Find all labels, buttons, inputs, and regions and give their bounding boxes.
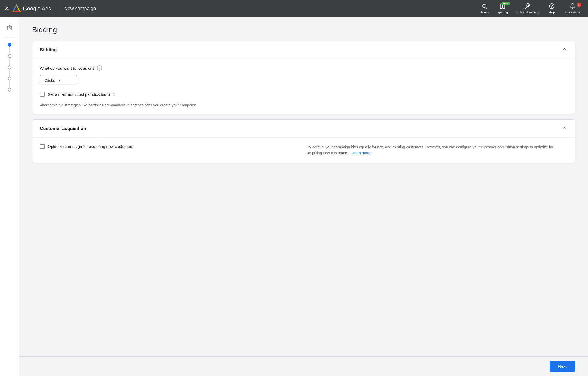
step-indicators [8,43,11,92]
optimize-customers-checkbox[interactable] [40,144,45,149]
step-line-3 [9,69,10,77]
customer-acquisition-card: Customer acquisition Optimize campaign f… [32,119,575,163]
google-ads-logo-icon [12,4,21,13]
customer-card-body: Optimize campaign for acquiring new cust… [32,138,575,163]
dropdown-value: Clicks [44,78,55,82]
customer-collapse-icon [562,125,567,132]
notification-badge: 1 [577,3,581,7]
dropdown-arrow-icon: ▼ [58,78,61,82]
next-button[interactable]: Next [550,361,575,372]
svg-rect-11 [7,26,12,30]
close-button[interactable]: ✕ [4,6,9,11]
logo: Google Ads [12,4,51,13]
step-4-dot[interactable] [8,77,11,80]
main-layout: Bidding Bidding What do you want to focu… [0,17,588,376]
sidebar-camera-button[interactable] [3,21,16,34]
svg-marker-0 [13,5,20,11]
focus-help-icon[interactable]: ? [97,65,102,71]
search-nav-button[interactable]: Search [476,2,493,15]
sidebar-divider [4,37,15,38]
top-nav: ✕ Google Ads New campaign Search BETA [0,0,588,17]
bidding-card-header[interactable]: Bidding [32,41,575,59]
page-title: Bidding [32,26,575,34]
focus-question: What do you want to focus on? ? [40,65,567,71]
notifications-label: Notifications [565,11,581,14]
svg-line-3 [17,5,20,11]
spacing-label: Spacing [497,11,508,14]
footer: Next [19,356,588,376]
optimize-customers-label: Optimize campaign for acquiring new cust… [48,144,133,149]
search-label: Search [480,11,489,14]
customer-description-text: By default, your campaign bids equally f… [307,145,554,155]
svg-point-5 [483,4,486,8]
notifications-icon [570,3,575,10]
sidebar [0,17,19,376]
help-label: Help [549,11,555,14]
help-nav-button[interactable]: Help [543,2,560,15]
help-icon [549,3,555,10]
svg-line-6 [486,7,487,8]
step-5-dot[interactable] [8,88,11,92]
svg-line-2 [13,5,17,11]
svg-marker-1 [13,5,20,11]
brand-name: Google Ads [23,6,51,12]
step-3-dot[interactable] [8,65,11,69]
step-line-4 [9,80,10,88]
svg-point-12 [9,27,10,29]
beta-badge: BETA [502,2,510,5]
bidding-card: Bidding What do you want to focus on? ? … [32,41,575,114]
search-icon [482,3,487,10]
max-cpc-row: Set a maximum cost per click bid limit [40,92,567,97]
max-cpc-checkbox[interactable] [40,92,45,97]
step-line-2 [9,58,10,65]
customer-card-header[interactable]: Customer acquisition [32,120,575,138]
tools-icon [524,3,530,10]
bidding-dropdown[interactable]: Clicks ▼ [40,75,77,85]
customer-card-title: Customer acquisition [40,126,86,131]
alt-bid-text: Alternative bid strategies like portfoli… [40,103,567,107]
tools-nav-button[interactable]: Tools and settings [512,2,542,15]
customer-description: By default, your campaign bids equally f… [307,144,568,156]
learn-more-link[interactable]: Learn more [351,151,370,155]
spacing-nav-button[interactable]: BETA Spacing [494,2,511,15]
campaign-title: New campaign [64,6,96,11]
notifications-nav-button[interactable]: 1 Notifications [561,2,584,15]
focus-question-text: What do you want to focus on? [40,66,95,70]
bidding-card-title: Bidding [40,47,57,53]
step-2-dot[interactable] [8,54,11,58]
step-line-1 [9,47,10,54]
main-content: Bidding Bidding What do you want to focu… [19,17,588,376]
bidding-card-body: What do you want to focus on? ? Clicks ▼… [32,59,575,114]
tools-label: Tools and settings [515,11,539,14]
nav-divider [60,4,60,13]
customer-checkbox-area: Optimize campaign for acquiring new cust… [40,144,301,156]
bidding-collapse-icon [562,46,567,53]
nav-actions: Search BETA Spacing Tools and settings H… [476,2,584,15]
max-cpc-label: Set a maximum cost per click bid limit [48,92,115,97]
step-1-dot[interactable] [8,43,11,47]
